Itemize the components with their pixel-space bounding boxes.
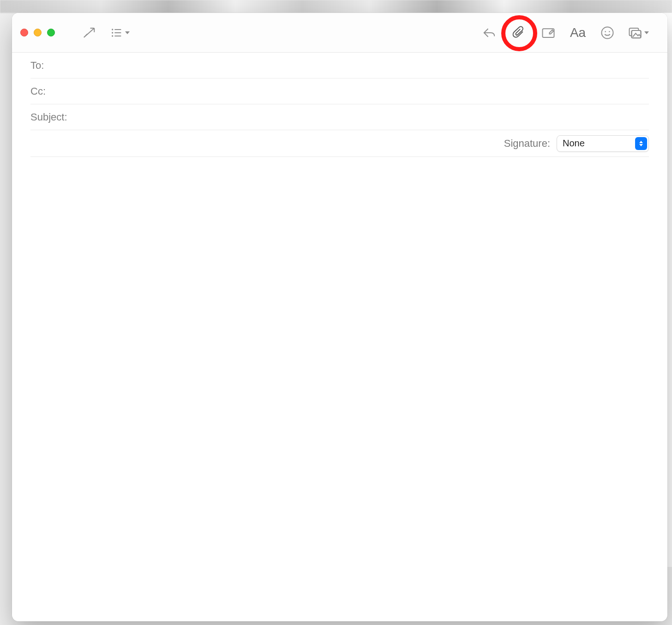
markup-button[interactable]	[538, 23, 558, 43]
attach-button[interactable]	[509, 23, 529, 43]
reply-button[interactable]	[479, 23, 499, 43]
photo-icon	[628, 26, 642, 40]
subject-input[interactable]	[71, 104, 649, 130]
list-icon	[110, 26, 123, 39]
markup-icon	[541, 26, 555, 40]
chevron-down-icon	[125, 31, 130, 34]
cc-input[interactable]	[49, 78, 649, 104]
svg-point-8	[605, 31, 606, 32]
compose-window: Aa To: Cc: Subject: Signature: None	[12, 13, 667, 621]
paperclip-icon	[512, 26, 526, 40]
cc-label: Cc:	[30, 85, 46, 97]
window-controls	[20, 29, 55, 36]
signature-selected-value: None	[563, 138, 585, 149]
svg-point-7	[602, 27, 613, 38]
emoji-icon	[600, 26, 614, 40]
to-input[interactable]	[48, 53, 649, 78]
window-fullscreen-button[interactable]	[47, 29, 55, 36]
format-text-icon: Aa	[570, 25, 586, 40]
format-button[interactable]: Aa	[568, 23, 588, 43]
emoji-button[interactable]	[597, 23, 618, 43]
header-fields: To: Cc: Subject: Signature: None	[12, 53, 667, 157]
svg-point-2	[112, 35, 113, 36]
message-body-input[interactable]	[30, 166, 649, 612]
chevron-down-icon	[644, 31, 649, 34]
toolbar: Aa	[12, 13, 667, 53]
send-button[interactable]	[79, 23, 99, 43]
to-label: To:	[30, 60, 44, 72]
photo-browser-button[interactable]	[627, 23, 650, 43]
svg-point-1	[112, 32, 113, 33]
svg-point-0	[112, 29, 113, 30]
to-field-row: To:	[30, 53, 649, 78]
window-close-button[interactable]	[20, 29, 28, 36]
reply-icon	[482, 26, 496, 40]
header-fields-button[interactable]	[108, 23, 132, 43]
send-icon	[82, 26, 96, 40]
signature-label: Signature:	[504, 138, 550, 150]
select-stepper-icon	[635, 137, 647, 150]
message-body-area	[12, 157, 667, 621]
svg-point-9	[609, 31, 610, 32]
signature-row: Signature: None	[30, 130, 649, 157]
subject-label: Subject:	[30, 111, 67, 123]
background-desktop-strip	[0, 0, 672, 13]
signature-select[interactable]: None	[557, 135, 649, 152]
window-minimize-button[interactable]	[34, 29, 42, 36]
subject-field-row: Subject:	[30, 104, 649, 130]
cc-field-row: Cc:	[30, 78, 649, 104]
